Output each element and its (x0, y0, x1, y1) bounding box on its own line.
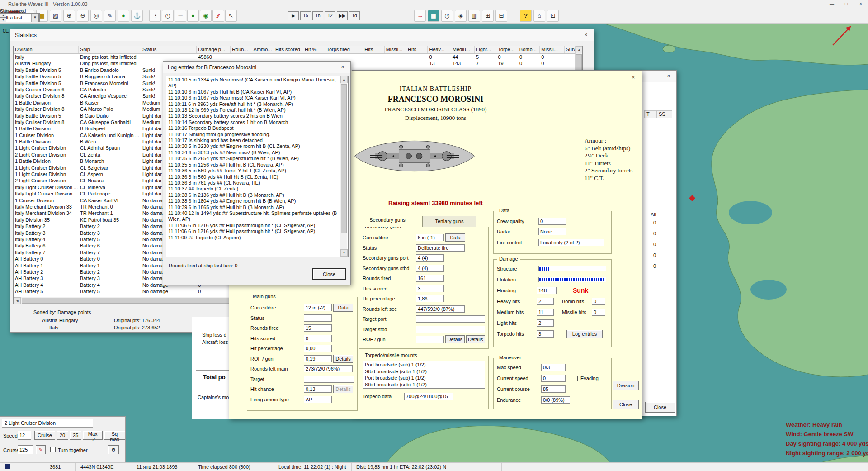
field-button[interactable]: Details (333, 385, 353, 393)
list-item[interactable]: Stbd broadside (sub) 1 (1/2) (365, 381, 483, 388)
speed-preset-button[interactable]: 25 (70, 431, 81, 440)
log-entry[interactable]: 11 10:35 5 in 1256 yds ## Hull hit B (CL… (167, 162, 340, 168)
log-entry[interactable]: 11 10:36 5 in 560 yds ## Turret Y hit T … (167, 168, 340, 174)
field-value[interactable]: Local only (2 of 2) (538, 239, 604, 246)
close-icon[interactable]: × (854, 0, 868, 8)
column-header[interactable]: Roun... (231, 46, 252, 53)
column-header[interactable]: Damage p... (197, 46, 231, 53)
list-item[interactable]: Stbd broadside (sub) 1 (1/2) (365, 368, 483, 375)
list-item[interactable]: Port broadside (sub) 1 (1/2) (365, 375, 483, 381)
log-entry[interactable]: 11 10:38 6 in 1804 yds ## Engine room hi… (167, 198, 340, 204)
field-value[interactable]: 0,00 (304, 345, 332, 352)
spin-up-icon[interactable]: ▲ (0, 13, 6, 18)
minimize-icon[interactable]: — (825, 0, 839, 8)
field-value[interactable]: 4 (4) (416, 254, 444, 262)
plot-course-icon[interactable]: ✎ (36, 445, 46, 454)
log-entry[interactable]: 11 10:11 6 in 2963 yds Fore/aft hull hit… (167, 101, 340, 107)
field-button[interactable]: Data (333, 304, 353, 312)
division-name[interactable]: 2 Light Cruiser Division (2, 419, 93, 428)
fleet-close-button[interactable]: Close (645, 402, 675, 413)
maximize-icon[interactable]: □ (839, 0, 854, 8)
field-value[interactable]: 161 (416, 275, 444, 282)
turn-together-checkbox[interactable] (50, 447, 56, 452)
column-header[interactable]: Missil... (540, 46, 564, 53)
field-value[interactable]: 447/592/0 (87%) (416, 305, 465, 313)
medal-icon[interactable]: ◈ (455, 10, 467, 22)
current-speed-value[interactable]: 0 (541, 375, 566, 382)
log-entry[interactable]: 11 10:16 Torpedo B Budapest (167, 125, 340, 131)
evading-checkbox[interactable] (577, 376, 578, 381)
fast-forward-icon[interactable]: ▶▶ (337, 11, 348, 20)
zoom-in-icon[interactable]: ⊕ (63, 10, 75, 22)
field-value[interactable]: 0,13 (304, 385, 332, 393)
filter-all-label[interactable]: All (651, 212, 656, 217)
scrollbar-thumb[interactable] (341, 84, 347, 233)
field-value[interactable]: AP (304, 396, 332, 403)
printer-icon[interactable]: ⊡ (547, 10, 559, 22)
column-header[interactable]: Hit % (303, 46, 325, 53)
notes-icon[interactable]: ▨ (50, 10, 61, 22)
log-entry[interactable]: 11 10:30 5 in 3230 yds ## Engine room hi… (167, 143, 340, 149)
field-value[interactable]: 1,86 (416, 295, 444, 302)
heavy-hits-value[interactable]: 2 (537, 298, 554, 305)
flooding-value[interactable]: 148 (537, 287, 557, 294)
column-header[interactable]: Hits (363, 46, 384, 53)
log-entry[interactable]: 11 10:39 6 in 1865 yds ## Hull hit B (B … (167, 205, 340, 210)
chart-icon[interactable]: ▥ (468, 10, 480, 22)
grid-minus-icon[interactable]: ⊟ (495, 10, 507, 22)
field-value[interactable]: 0 (304, 335, 332, 342)
column-header[interactable]: Missil... (385, 46, 406, 53)
play-icon[interactable]: ▶ (288, 11, 299, 20)
current-course-value[interactable]: 85 (541, 385, 566, 393)
close-icon[interactable]: × (629, 74, 637, 81)
pencil-icon[interactable]: ✎ (104, 10, 116, 22)
torpedo-data-value[interactable]: 700@24/1800@15 (404, 393, 453, 400)
close-icon[interactable]: × (582, 31, 590, 39)
log-entry[interactable]: 11 10:14 Secondary battery scores 1 hit … (167, 119, 340, 125)
list-item[interactable]: 0 (653, 242, 656, 252)
log-close-button[interactable]: Close (312, 268, 346, 280)
contact-icon[interactable]: ◉ (200, 10, 212, 22)
division-button[interactable]: Division (613, 381, 639, 390)
field-value[interactable]: 12 in (-2) (304, 304, 332, 311)
log-entry[interactable]: 11 10:38 6 in 2136 yds ## Hull hit B (B … (167, 192, 340, 198)
field-value[interactable] (416, 336, 444, 343)
anchor-icon[interactable]: ⚓ (131, 10, 143, 22)
scroll-up-icon[interactable]: ▲ (340, 76, 348, 83)
search-icon[interactable]: ◎ (90, 10, 102, 22)
log-entry[interactable]: 11 11:06 6 in 1216 yds ## Hull passthrou… (167, 228, 340, 234)
run-1h-button[interactable]: 1h (312, 11, 323, 20)
log-entry[interactable]: 11 11:06 6 in 1216 yds ## Hull passthrou… (167, 223, 340, 228)
column-header[interactable]: Status (141, 46, 197, 53)
run-12h-button[interactable]: 12 (325, 11, 335, 20)
close-icon[interactable]: × (665, 72, 673, 80)
speed-preset-button[interactable]: Max -2 (83, 431, 103, 440)
field-value[interactable]: - (304, 314, 332, 322)
field-value[interactable]: 6 in (-1) (416, 234, 444, 241)
field-value[interactable]: 15 (304, 324, 332, 332)
map-icon[interactable]: ▦ (428, 10, 439, 22)
torpedo-tracks-icon[interactable]: ∕∕ (212, 10, 224, 22)
column-header[interactable]: Torps fired (325, 46, 363, 53)
spin-down-icon[interactable]: ▼ (0, 18, 6, 22)
speed-preset-button[interactable]: Cruise (34, 431, 55, 440)
log-entry[interactable]: 11 10:13 Secondary battery scores 2 hits… (167, 113, 340, 119)
gear-icon[interactable]: ⚙ (108, 445, 119, 454)
log-entry[interactable]: 11 10:10 6 in 1067 yds Near miss! (CA Ka… (167, 95, 340, 101)
field-button[interactable]: Data (445, 233, 465, 242)
chevron-down-icon[interactable]: ▼ (31, 14, 38, 22)
column-header[interactable]: T (644, 110, 656, 118)
field-value[interactable]: 3 (416, 285, 444, 292)
dash-icon[interactable]: ─ (175, 10, 186, 22)
tab-secondary-guns[interactable]: Secondary guns (361, 214, 414, 227)
signal-icon[interactable]: ● (187, 10, 199, 22)
building-icon[interactable]: ⌂ (533, 10, 545, 22)
log-entry[interactable]: 11 10:36 3 in 761 yds ## (CL Novara, HE) (167, 180, 340, 186)
log-entry[interactable]: 11 10:37 ## Torpedo (CL Zenta) (167, 186, 340, 192)
speed-preset-button[interactable]: Sq max (104, 431, 125, 440)
field-value[interactable] (416, 326, 485, 333)
scroll-left-icon[interactable]: ◀ (14, 297, 21, 304)
column-header[interactable]: Ship (79, 46, 141, 53)
field-value[interactable]: 273/72/0 (96%) (304, 365, 353, 372)
compass-icon[interactable]: ◔ (149, 10, 161, 22)
